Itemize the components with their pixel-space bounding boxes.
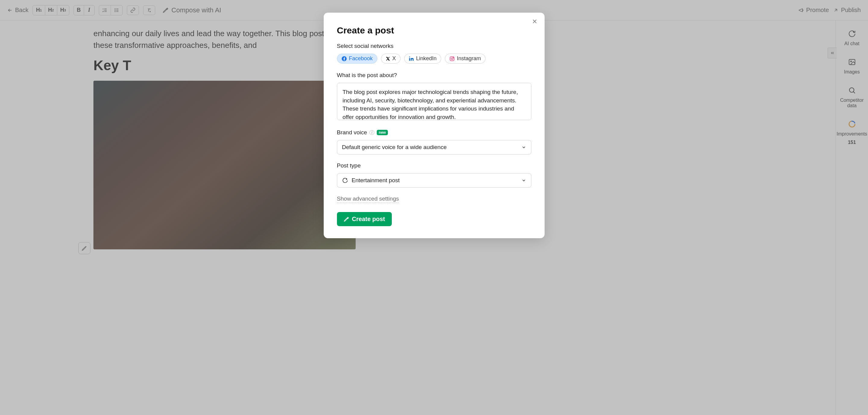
brand-voice-label-text: Brand voice <box>337 129 367 136</box>
facebook-icon <box>341 56 347 62</box>
about-label: What is the post about? <box>337 72 531 79</box>
facebook-label: Facebook <box>349 56 373 62</box>
svg-rect-11 <box>409 58 410 61</box>
brand-voice-value: Default generic voice for a wide audienc… <box>342 144 447 150</box>
chip-linkedin[interactable]: LinkedIn <box>404 54 441 64</box>
modal-title: Create a post <box>337 25 531 36</box>
instagram-label: Instagram <box>457 56 481 62</box>
svg-point-15 <box>453 57 454 58</box>
chevron-down-icon <box>521 178 526 183</box>
sparkle-pencil-icon <box>344 216 349 222</box>
x-icon <box>385 56 390 61</box>
new-badge: new <box>377 130 388 135</box>
post-type-select[interactable]: Entertainment post <box>337 173 531 187</box>
instagram-icon <box>450 56 455 62</box>
post-type-label: Post type <box>337 162 531 169</box>
post-type-value: Entertainment post <box>352 177 400 184</box>
close-button[interactable] <box>531 18 538 25</box>
entertainment-icon <box>342 177 348 183</box>
info-icon[interactable]: i <box>370 130 374 135</box>
create-post-button[interactable]: Create post <box>337 212 392 226</box>
chip-x[interactable]: X <box>381 54 401 64</box>
linkedin-icon <box>409 56 414 62</box>
create-post-label: Create post <box>352 216 385 222</box>
create-post-modal: Create a post Select social networks Fac… <box>324 13 545 238</box>
linkedin-label: LinkedIn <box>416 56 437 62</box>
brand-voice-label: Brand voice i new <box>337 129 531 136</box>
select-networks-label: Select social networks <box>337 43 531 49</box>
svg-point-12 <box>409 56 410 57</box>
brand-voice-select[interactable]: Default generic voice for a wide audienc… <box>337 140 531 154</box>
svg-point-16 <box>346 179 347 180</box>
social-network-chips: Facebook X LinkedIn Instagram <box>337 54 531 64</box>
modal-overlay[interactable]: Create a post Select social networks Fac… <box>0 0 868 415</box>
chip-facebook[interactable]: Facebook <box>337 54 377 64</box>
chip-instagram[interactable]: Instagram <box>445 54 486 64</box>
about-textarea[interactable] <box>337 83 531 120</box>
x-label: X <box>393 56 396 62</box>
chevron-down-icon <box>521 145 526 150</box>
close-icon <box>531 18 538 25</box>
show-advanced-link[interactable]: Show advanced settings <box>337 196 399 203</box>
svg-point-14 <box>451 58 453 60</box>
